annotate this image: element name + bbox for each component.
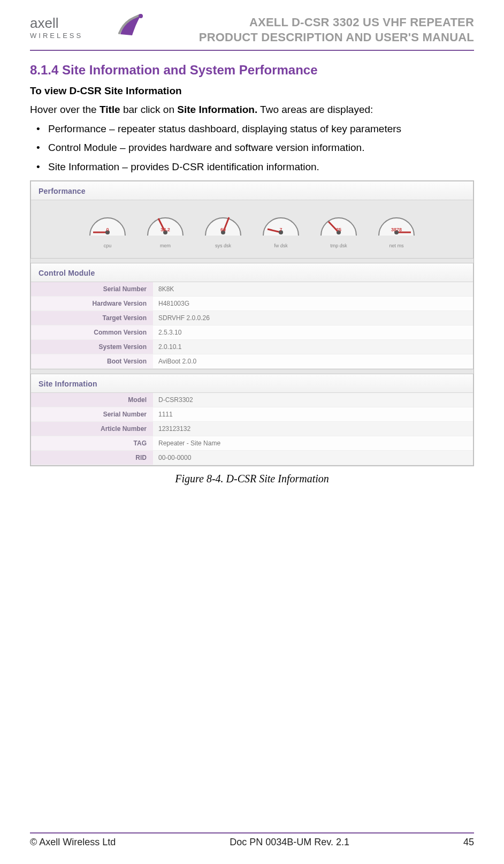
gauge-value: 60 [220,227,226,232]
control-module-rows: Serial Number8K8K Hardware VersionH48100… [31,282,473,369]
row-value: SDRVHF 2.0.0.26 [153,311,473,325]
performance-panel: Performance 0 cpu 38.2 mem 60 sys dsk 7 … [30,181,474,259]
footer-copyright: © Axell Wireless Ltd [30,837,116,848]
section-title: Site Information and System Performance [62,63,317,77]
bullet-item: Site Information – provides D-CSR identi… [34,160,474,175]
document-title-line1: AXELL D-CSR 3302 US VHF REPEATER [249,16,474,29]
row-label: System Version [31,340,153,354]
brand-name: axell [30,15,58,32]
subheading: To view D-CSR Site Information [30,85,474,97]
row-label: Serial Number [31,407,153,421]
table-row: Serial Number1111 [31,407,473,422]
row-label: Target Version [31,311,153,325]
svg-point-0 [139,14,143,18]
row-value: AviBoot 2.0.0 [153,354,473,368]
gauge-value: 3878 [391,227,402,232]
gauge-label: net ms [373,243,419,248]
table-row: Serial Number8K8K [31,282,473,297]
table-row: ModelD-CSR3302 [31,393,473,407]
intro-prefix: Hover over the [30,104,100,115]
site-information-panel: Site Information ModelD-CSR3302 Serial N… [30,374,474,466]
gauge-value: 38.2 [161,227,170,232]
intro-text: Hover over the Title bar click on Site I… [30,102,474,117]
gauge-label: mem [142,243,188,248]
row-label: Common Version [31,325,153,339]
row-value: D-CSR3302 [153,393,473,407]
table-row: Article Number123123132 [31,422,473,436]
bullet-list: Performance – repeater status dashboard,… [30,122,474,175]
gauge-mem: 38.2 mem [142,208,188,248]
table-row: System Version2.0.10.1 [31,340,473,354]
gauge-row: 0 cpu 38.2 mem 60 sys dsk 7 fw dsk 25 [31,208,473,248]
intro-bold2: Site Information. [177,104,257,115]
table-row: Boot VersionAviBoot 2.0.0 [31,354,473,369]
row-label: Hardware Version [31,297,153,310]
embedded-screenshot: Performance 0 cpu 38.2 mem 60 sys dsk 7 … [30,180,474,466]
row-value: H481003G [153,297,473,310]
row-value: 00-00-0000 [153,451,473,465]
site-information-rows: ModelD-CSR3302 Serial Number1111 Article… [31,393,473,465]
page-footer: © Axell Wireless Ltd Doc PN 0034B-UM Rev… [30,832,474,848]
table-row: Common Version2.5.3.10 [31,325,473,340]
gauge-value: 7 [279,227,282,232]
intro-mid: bar click on [120,104,178,115]
performance-panel-body: 0 cpu 38.2 mem 60 sys dsk 7 fw dsk 25 [31,200,473,258]
control-module-panel-title: Control Module [31,263,473,282]
section-number: 8.1.4 [30,63,58,77]
gauge-sys-dsk: 60 sys dsk [200,208,246,248]
gauge-tmp-dsk: 25 tmp dsk [316,208,362,248]
row-label: Boot Version [31,354,153,368]
row-label: Article Number [31,422,153,436]
figure-caption: Figure 8-4. D-CSR Site Information [30,473,474,485]
row-value: 8K8K [153,282,473,296]
footer-page-number: 45 [463,837,474,848]
gauge-fw-dsk: 7 fw dsk [258,208,304,248]
gauge-label: sys dsk [200,243,246,248]
performance-panel-title: Performance [31,181,473,200]
row-value: 2.0.10.1 [153,340,473,354]
section-heading: 8.1.4 Site Information and System Perfor… [30,63,474,78]
gauge-net-ms: 3878 net ms [373,208,419,248]
logo-swoosh-icon [118,13,144,36]
gauge-value: 0 [106,227,109,232]
document-title-line2: PRODUCT DESCRIPTION AND USER'S MANUAL [199,31,474,44]
gauge-label: tmp dsk [316,243,362,248]
document-title: AXELL D-CSR 3302 US VHF REPEATER PRODUCT… [199,15,474,44]
gauge-label: cpu [85,243,131,248]
table-row: TAGRepeater - Site Name [31,436,473,451]
row-value: 2.5.3.10 [153,325,473,339]
table-row: Hardware VersionH481003G [31,297,473,311]
gauge-value: 25 [336,227,341,232]
table-row: RID00-00-0000 [31,451,473,465]
intro-suffix: Two areas are displayed: [257,104,373,115]
table-row: Target VersionSDRVHF 2.0.0.26 [31,311,473,325]
footer-doc-id: Doc PN 0034B-UM Rev. 2.1 [230,837,349,848]
bullet-item: Performance – repeater status dashboard,… [34,122,474,137]
intro-bold1: Title [100,104,120,115]
page-header: axell WIRELESS AXELL D-CSR 3302 US VHF R… [30,15,474,51]
row-value: Repeater - Site Name [153,436,473,450]
gauge-cpu: 0 cpu [85,208,131,248]
row-label: RID [31,451,153,465]
control-module-panel: Control Module Serial Number8K8K Hardwar… [30,263,474,369]
row-label: Model [31,393,153,407]
gauge-label: fw dsk [258,243,304,248]
row-label: Serial Number [31,282,153,296]
bullet-item: Control Module – provides hardware and s… [34,140,474,155]
row-value: 1111 [153,407,473,421]
logo-text-block: axell WIRELESS [30,15,83,40]
row-label: TAG [31,436,153,450]
site-information-panel-title: Site Information [31,374,473,393]
brand-subname: WIRELESS [30,32,83,40]
logo: axell WIRELESS [30,15,144,40]
row-value: 123123132 [153,422,473,436]
